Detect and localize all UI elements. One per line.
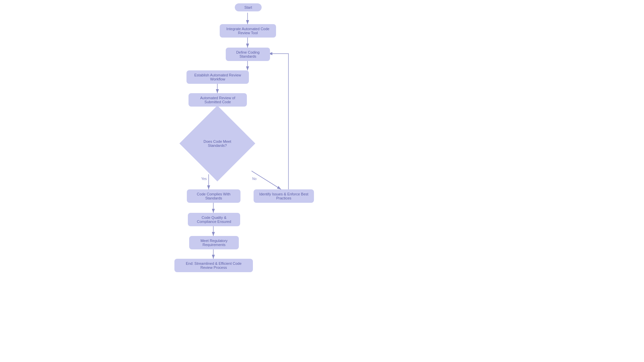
decision-diamond: Does Code Meet Standards? — [191, 117, 244, 170]
identify-node: Identify Issues & Enforce Best Practices — [254, 189, 314, 203]
complies-node: Code Complies With Standards — [187, 189, 240, 203]
integrate-node: Integrate Automated Code Review Tool — [220, 24, 276, 38]
yes-label: Yes — [201, 177, 207, 181]
define-node: Define Coding Standards — [226, 48, 270, 61]
establish-node: Establish Automated Review Workflow — [186, 70, 249, 84]
end-node: End: Streamlined & Efficient Code Review… — [174, 259, 253, 272]
automated-review-node: Automated Review of Submitted Code — [189, 93, 247, 107]
quality-node: Code Quality & Compliance Ensured — [188, 213, 240, 226]
no-label: No — [252, 177, 257, 181]
start-node: Start — [235, 3, 262, 11]
regulatory-node: Meet Regulatory Requirements — [189, 236, 239, 249]
